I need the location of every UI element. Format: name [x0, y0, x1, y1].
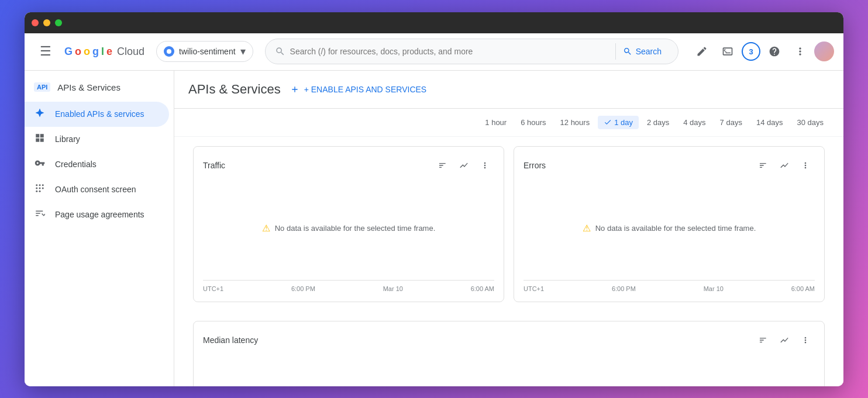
search-bar[interactable]: Search [265, 39, 678, 64]
time-btn-1h[interactable]: 1 hour [479, 116, 512, 129]
grid-icon [34, 133, 46, 146]
traffic-chart-header: Traffic [203, 156, 494, 175]
errors-chart-actions [754, 156, 815, 175]
page-title: APIs & Services [188, 82, 281, 97]
avatar[interactable] [814, 41, 834, 61]
more-options-icon[interactable] [788, 40, 812, 63]
warning-icon: ⚠ [262, 223, 270, 234]
close-dot[interactable] [32, 19, 39, 26]
charts-grid: Traffic [174, 137, 843, 321]
traffic-chart-actions [433, 156, 494, 175]
sidebar-item-enabled-apis[interactable]: Enabled APIs & services [25, 102, 169, 127]
axis-mar10: Mar 10 [383, 285, 403, 292]
traffic-chart-card: Traffic [193, 146, 504, 302]
minimize-dot[interactable] [43, 19, 50, 26]
notification-badge[interactable]: 3 [742, 42, 760, 61]
chevron-down-icon: ▾ [240, 45, 246, 58]
hamburger-menu[interactable]: ☰ [34, 40, 57, 63]
traffic-chart-type-icon[interactable] [454, 156, 473, 175]
svg-point-1 [36, 184, 37, 186]
svg-point-8 [39, 190, 41, 192]
main-area: API APIs & Services Enabled APIs & servi… [25, 71, 843, 386]
project-icon [164, 46, 174, 57]
sidebar-nav: Enabled APIs & services Library [25, 99, 174, 230]
time-btn-6h[interactable]: 6 hours [515, 116, 552, 129]
dots-grid-icon [34, 183, 46, 196]
sidebar-label-library: Library [55, 134, 80, 144]
svg-point-4 [36, 187, 37, 189]
errors-x-axis: UTC+1 6:00 PM Mar 10 6:00 AM [523, 280, 815, 292]
search-input[interactable] [290, 47, 611, 56]
project-selector[interactable]: twilio-sentiment ▾ [156, 41, 253, 62]
errors-chart-card: Errors [514, 146, 825, 302]
time-btn-12h[interactable]: 12 hours [554, 116, 596, 129]
latency-more-icon[interactable] [796, 331, 815, 349]
sidebar-item-credentials[interactable]: Credentials [25, 152, 169, 177]
page-content: APIs & Services + ENABLE APIS AND SERVIC… [174, 71, 843, 386]
traffic-more-icon[interactable] [476, 156, 494, 175]
svg-point-3 [42, 184, 44, 186]
search-icon [275, 46, 285, 57]
sidebar-label-enabled-apis: Enabled APIs & services [55, 109, 144, 119]
median-latency-card: Median latency [193, 321, 825, 386]
google-cloud-logo: Google Cloud [64, 46, 144, 58]
errors-chart-type-icon[interactable] [775, 156, 794, 175]
sidebar-item-library[interactable]: Library [25, 127, 169, 152]
time-btn-14d[interactable]: 14 days [750, 116, 789, 129]
time-range-bar: 1 hour 6 hours 12 hours 1 day 2 days 4 d… [174, 109, 843, 137]
median-latency-body [203, 357, 815, 386]
page-header: APIs & Services + ENABLE APIS AND SERVIC… [174, 71, 843, 109]
errors-axis-6am: 6:00 AM [791, 285, 815, 292]
time-btn-1d[interactable]: 1 day [598, 116, 639, 129]
median-latency-title: Median latency [203, 335, 754, 345]
sidebar-header: API APIs & Services [25, 71, 174, 99]
key-icon [34, 158, 46, 171]
time-btn-2d[interactable]: 2 days [641, 116, 675, 129]
traffic-chart-body: ⚠ No data is available for the selected … [203, 182, 494, 275]
axis-6am: 6:00 AM [471, 285, 494, 292]
sidebar-item-oauth[interactable]: OAuth consent screen [25, 177, 169, 202]
settings-list-icon [34, 208, 46, 222]
edit-icon[interactable] [690, 40, 714, 63]
errors-axis-utc: UTC+1 [523, 285, 544, 292]
svg-point-6 [42, 187, 44, 189]
errors-legend-icon[interactable] [754, 156, 773, 175]
sidebar-item-page-usage[interactable]: Page usage agreements [25, 202, 169, 227]
errors-more-icon[interactable] [796, 156, 815, 175]
browser-chrome [25, 12, 843, 33]
help-icon[interactable] [763, 40, 786, 63]
latency-legend-icon[interactable] [754, 331, 773, 349]
errors-chart-title: Errors [523, 161, 754, 170]
sidebar-label-page-usage: Page usage agreements [55, 210, 144, 219]
traffic-chart-title: Traffic [203, 161, 433, 170]
sidebar-label-credentials: Credentials [55, 160, 97, 169]
enable-apis-button[interactable]: + ENABLE APIS AND SERVICES [290, 80, 426, 99]
maximize-dot[interactable] [55, 19, 62, 26]
latency-chart-type-icon[interactable] [775, 331, 794, 349]
errors-chart-header: Errors [523, 156, 815, 175]
top-nav: ☰ Google Cloud twilio-sentiment ▾ Search [25, 33, 843, 71]
median-latency-header: Median latency [203, 331, 815, 349]
sidebar-label-oauth: OAuth consent screen [55, 185, 136, 194]
api-badge: API [34, 82, 50, 92]
svg-point-7 [36, 190, 37, 192]
warning-icon-errors: ⚠ [583, 223, 591, 234]
nav-icons: 3 [690, 40, 834, 63]
traffic-legend-icon[interactable] [433, 156, 452, 175]
time-btn-4d[interactable]: 4 days [677, 116, 711, 129]
time-btn-7d[interactable]: 7 days [714, 116, 748, 129]
axis-utc: UTC+1 [203, 285, 223, 292]
project-name: twilio-sentiment [179, 47, 235, 56]
search-button[interactable]: Search [615, 43, 669, 60]
axis-6pm: 6:00 PM [291, 285, 315, 292]
errors-no-data: ⚠ No data is available for the selected … [583, 223, 756, 234]
sidebar-title: APIs & Services [57, 82, 120, 92]
sparkle-icon [34, 108, 46, 121]
time-btn-30d[interactable]: 30 days [791, 116, 829, 129]
svg-point-5 [39, 187, 41, 189]
median-latency-actions [754, 331, 815, 349]
errors-axis-6pm: 6:00 PM [612, 285, 636, 292]
sidebar: API APIs & Services Enabled APIs & servi… [25, 71, 174, 386]
terminal-icon[interactable] [716, 40, 739, 63]
errors-chart-body: ⚠ No data is available for the selected … [523, 182, 815, 275]
